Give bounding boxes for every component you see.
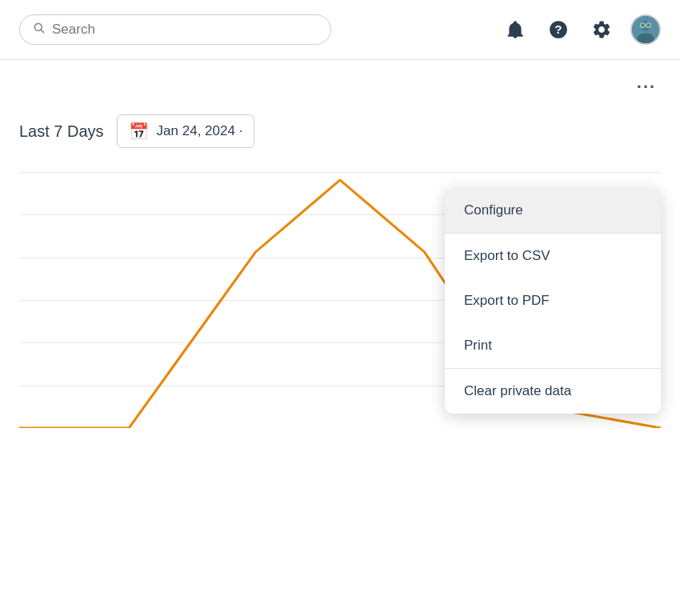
- date-range-label: Last 7 Days: [19, 122, 104, 141]
- svg-point-5: [641, 21, 651, 31]
- menu-item-clear-private-data[interactable]: Clear private data: [445, 369, 661, 414]
- date-picker-button[interactable]: 📅 Jan 24, 2024 ·: [117, 114, 255, 148]
- top-navigation: ?: [0, 0, 680, 60]
- menu-item-export-pdf[interactable]: Export to PDF: [445, 278, 661, 323]
- svg-text:?: ?: [554, 22, 562, 36]
- main-content: ··· Last 7 Days 📅 Jan 24, 2024 · Configu…: [0, 60, 680, 444]
- menu-item-print[interactable]: Print: [445, 323, 661, 368]
- svg-point-6: [637, 33, 654, 44]
- user-avatar[interactable]: [630, 14, 661, 45]
- dropdown-menu: Configure Export to CSV Export to PDF Pr…: [445, 188, 661, 414]
- help-icon[interactable]: ?: [544, 15, 573, 44]
- search-icon: [33, 22, 46, 38]
- svg-line-1: [41, 30, 44, 33]
- search-input[interactable]: [52, 22, 318, 38]
- bell-icon[interactable]: [501, 15, 530, 44]
- menu-item-export-csv[interactable]: Export to CSV: [445, 234, 661, 278]
- more-options-button[interactable]: ···: [632, 76, 661, 98]
- settings-icon[interactable]: [587, 15, 616, 44]
- date-range-row: Last 7 Days 📅 Jan 24, 2024 ·: [19, 114, 661, 148]
- nav-icons: ?: [501, 14, 661, 45]
- search-box[interactable]: [19, 14, 331, 45]
- calendar-icon: 📅: [129, 122, 149, 141]
- menu-item-configure[interactable]: Configure: [445, 188, 661, 233]
- date-value: Jan 24, 2024 ·: [157, 123, 243, 139]
